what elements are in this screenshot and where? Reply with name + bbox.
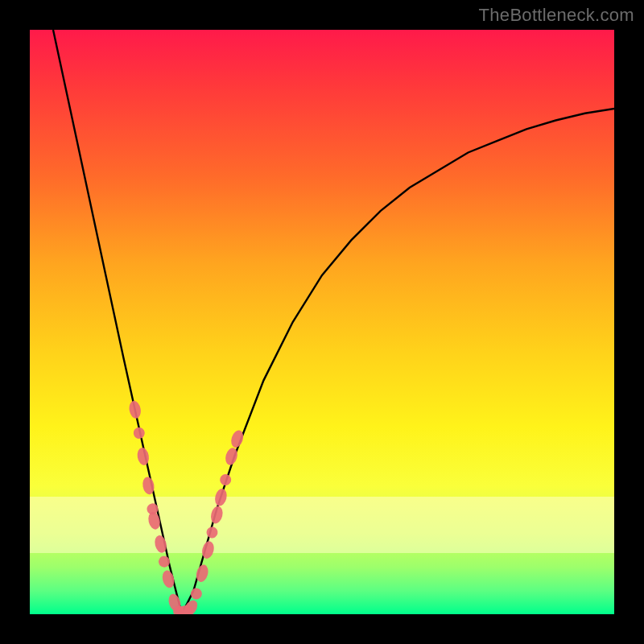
marker-point: [189, 587, 204, 601]
watermark-text: TheBottleneck.com: [479, 5, 634, 26]
plot-area: [30, 30, 614, 614]
marker-point: [133, 427, 146, 440]
bottleneck-curve: [53, 30, 614, 614]
marker-point: [147, 510, 162, 530]
marker-point: [136, 447, 151, 466]
marker-point: [219, 473, 233, 486]
marker-point: [161, 569, 176, 589]
marker-point: [205, 526, 219, 539]
marker-point: [213, 487, 229, 507]
marker-point: [209, 505, 225, 525]
marker-group: [128, 400, 246, 614]
curve-layer: [30, 30, 614, 614]
chart-frame: TheBottleneck.com: [0, 0, 644, 644]
marker-point: [128, 400, 142, 419]
